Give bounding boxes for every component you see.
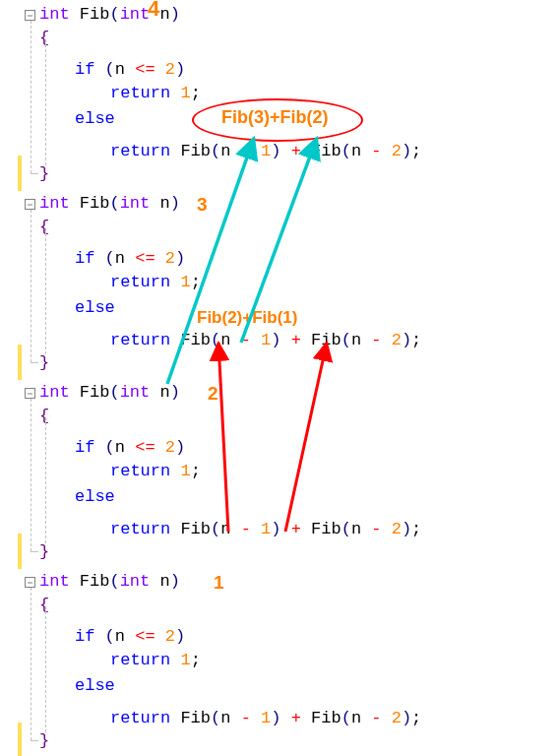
- guide-line: [31, 551, 38, 552]
- code-line: return Fib(n - 1) + Fib(n - 2);: [110, 332, 421, 348]
- code-line: return Fib(n - 1) + Fib(n - 2);: [110, 143, 421, 159]
- code-line: return 1;: [110, 463, 201, 479]
- code-line: }: [39, 354, 49, 371]
- guide-line: [31, 362, 38, 363]
- code-line: if (n <= 2): [75, 628, 185, 645]
- code-line: return 1;: [110, 85, 201, 101]
- code-line: int Fib(int n): [39, 195, 180, 212]
- code-line: }: [39, 732, 49, 749]
- code-line: if (n <= 2): [75, 439, 185, 456]
- separator-bar: [18, 345, 22, 380]
- fold-icon[interactable]: [25, 199, 35, 210]
- code-line: else: [75, 488, 115, 505]
- code-line: return 1;: [110, 274, 201, 290]
- guide-line: [31, 740, 38, 741]
- fold-icon[interactable]: [25, 10, 35, 21]
- arrow-red: [218, 343, 228, 532]
- guide-line: [31, 173, 38, 174]
- separator-bar: [18, 534, 22, 569]
- separator-bar: [18, 723, 22, 756]
- guide-line: [31, 21, 31, 173]
- code-line: int Fib(int n): [39, 384, 180, 401]
- annotation-fib2-fib1: Fib(2)+Fib(1): [197, 309, 297, 326]
- marker-1: 1: [214, 573, 224, 592]
- separator-bar: [18, 156, 22, 191]
- code-line: if (n <= 2): [75, 61, 185, 78]
- arrow-red: [285, 343, 327, 532]
- annotation-fib3-fib2: Fib(3)+Fib(2): [221, 108, 329, 126]
- code-line: else: [75, 677, 115, 694]
- code-line: return Fib(n - 1) + Fib(n - 2);: [110, 710, 421, 726]
- fold-icon[interactable]: [25, 577, 35, 588]
- code-line: int Fib(int n): [39, 573, 180, 590]
- guide-line: [31, 588, 31, 740]
- guide-line: [45, 417, 46, 543]
- code-line: else: [75, 110, 115, 127]
- guide-line: [31, 210, 31, 362]
- code-line: else: [75, 299, 115, 316]
- code-line: if (n <= 2): [75, 250, 185, 267]
- code-line: return Fib(n - 1) + Fib(n - 2);: [110, 521, 421, 537]
- code-line: }: [39, 543, 49, 560]
- guide-line: [45, 39, 46, 165]
- guide-line: [45, 606, 46, 732]
- code-diagram: int Fib(int n) 4 { if (n <= 2) return 1;…: [0, 0, 558, 756]
- code-line: return 1;: [110, 652, 201, 668]
- code-line: }: [39, 165, 49, 182]
- marker-2: 2: [208, 384, 218, 403]
- guide-line: [31, 399, 31, 551]
- marker-3: 3: [197, 195, 208, 214]
- marker-4: 4: [148, 0, 159, 20]
- fold-icon[interactable]: [25, 388, 35, 399]
- guide-line: [45, 228, 46, 354]
